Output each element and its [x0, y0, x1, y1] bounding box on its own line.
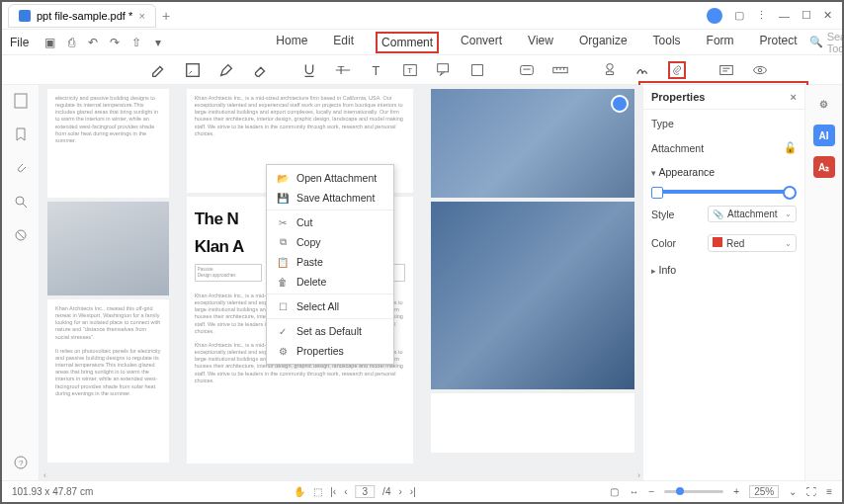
save-icon[interactable]: ▣: [42, 36, 56, 49]
scroll-left-icon[interactable]: ‹: [43, 470, 46, 480]
tab-protect[interactable]: Protect: [756, 32, 802, 53]
panel-title: Properties: [651, 91, 705, 103]
ai-assistant-icon[interactable]: AI: [813, 125, 835, 146]
zoom-out-icon[interactable]: −: [648, 486, 654, 497]
hand-tool-icon[interactable]: ✋: [294, 486, 305, 497]
zoom-in-icon[interactable]: +: [733, 486, 739, 497]
note-tool[interactable]: [468, 61, 486, 79]
horizontal-scroll[interactable]: ‹ ›: [40, 470, 644, 480]
show-comments-tool[interactable]: [717, 61, 735, 79]
svg-text:T: T: [407, 65, 412, 74]
zoom-slider[interactable]: [664, 490, 723, 493]
fullscreen-icon[interactable]: ⛶: [806, 486, 816, 497]
menu-paste[interactable]: 📋Paste: [267, 252, 393, 272]
style-dropdown[interactable]: 📎Attachment⌄: [708, 206, 797, 222]
new-tab-button[interactable]: +: [156, 8, 176, 24]
tab-convert[interactable]: Convert: [457, 32, 506, 53]
menu-delete[interactable]: 🗑Delete: [267, 272, 393, 292]
document-image: [431, 202, 634, 389]
highlighter-tool[interactable]: [150, 61, 168, 79]
menu-select-all[interactable]: ☐Select All: [267, 296, 393, 316]
share-icon[interactable]: ⇧: [129, 36, 143, 49]
zoom-value[interactable]: 25%: [749, 485, 779, 498]
file-menu[interactable]: File: [10, 36, 29, 49]
menu-cut[interactable]: ✂Cut: [267, 212, 393, 232]
tab-view[interactable]: View: [524, 32, 557, 53]
body-text: Khan Architects Inc., created this off-g…: [55, 305, 160, 340]
underline-tool[interactable]: [300, 61, 318, 79]
tab-tools[interactable]: Tools: [649, 32, 685, 53]
menu-properties[interactable]: ⚙Properties: [267, 341, 393, 361]
first-page-icon[interactable]: |‹: [330, 486, 336, 497]
measure-tool[interactable]: [551, 61, 569, 79]
next-page-icon[interactable]: ›: [398, 486, 401, 497]
layers-icon[interactable]: [13, 227, 29, 243]
redo-icon[interactable]: ↷: [108, 36, 122, 49]
menu-label: Properties: [296, 345, 344, 357]
chat-icon[interactable]: ▢: [734, 9, 744, 22]
qat-chevron-icon[interactable]: ▾: [151, 36, 165, 49]
hide-comments-tool[interactable]: [751, 61, 769, 79]
lock-icon[interactable]: 🔓: [784, 141, 797, 154]
tab-edit[interactable]: Edit: [329, 32, 358, 53]
close-panel-icon[interactable]: ×: [791, 91, 797, 103]
minimize-button[interactable]: —: [779, 10, 790, 22]
text-tool[interactable]: T: [368, 61, 385, 79]
menu-copy[interactable]: ⧉Copy: [267, 232, 393, 252]
select-tool-icon[interactable]: ⬚: [313, 486, 322, 497]
print-icon[interactable]: ⎙: [64, 36, 78, 49]
type-label: Type: [651, 118, 674, 129]
svg-text:T: T: [373, 63, 380, 77]
pencil-tool[interactable]: [217, 61, 235, 79]
fit-width-icon[interactable]: ↔: [629, 486, 638, 497]
close-window-button[interactable]: ✕: [823, 9, 832, 22]
translate-icon[interactable]: A₂: [813, 156, 835, 178]
signature-tool[interactable]: [634, 61, 652, 79]
attachments-panel-icon[interactable]: [13, 160, 29, 176]
close-tab-icon[interactable]: ×: [139, 10, 145, 22]
menu-label: Save Attachment: [296, 192, 375, 204]
last-page-icon[interactable]: ›|: [410, 486, 416, 497]
document-tab[interactable]: ppt file-sample.pdf * ×: [8, 4, 156, 28]
tab-organize[interactable]: Organize: [575, 32, 632, 53]
maximize-button[interactable]: ☐: [802, 9, 811, 22]
search-panel-icon[interactable]: [13, 194, 29, 210]
type-value: Attachment: [651, 142, 704, 154]
stamp-tool[interactable]: [601, 61, 619, 79]
opacity-slider[interactable]: [655, 190, 793, 194]
menu-open-attachment[interactable]: 📂Open Attachment: [267, 168, 393, 188]
thumbnails-icon[interactable]: [13, 93, 29, 109]
view-mode-icon[interactable]: ▢: [610, 486, 619, 497]
page-input[interactable]: 3: [356, 485, 376, 498]
attachment-badge-icon[interactable]: [611, 95, 629, 113]
help-icon[interactable]: ?: [13, 455, 29, 470]
kebab-icon[interactable]: ⋮: [756, 9, 767, 22]
textbox-tool[interactable]: T: [401, 61, 419, 79]
settings-icon[interactable]: ⚙: [813, 93, 835, 115]
tab-home[interactable]: Home: [272, 32, 311, 53]
bookmarks-icon[interactable]: [13, 126, 29, 142]
menu-set-as-default[interactable]: ✓Set as Default: [267, 321, 393, 341]
reading-mode-icon[interactable]: ≡: [826, 486, 832, 497]
appearance-section[interactable]: Appearance: [651, 166, 797, 178]
eraser-tool[interactable]: [251, 61, 269, 79]
zoom-chevron-icon[interactable]: ⌄: [789, 486, 797, 497]
page-total: /4: [382, 486, 390, 497]
menu-icon: 💾: [277, 192, 289, 204]
callout-tool[interactable]: [435, 61, 453, 79]
menu-save-attachment[interactable]: 💾Save Attachment: [267, 188, 393, 208]
color-dropdown[interactable]: Red⌄: [708, 234, 797, 252]
user-avatar[interactable]: [707, 8, 722, 24]
tab-comment[interactable]: Comment: [376, 32, 439, 53]
info-section[interactable]: Info: [651, 264, 797, 276]
area-highlight-tool[interactable]: [184, 61, 202, 79]
tab-form[interactable]: Form: [703, 32, 738, 53]
menu-label: Cut: [296, 216, 312, 228]
attachment-tool[interactable]: [668, 61, 686, 79]
prev-page-icon[interactable]: ‹: [344, 486, 347, 497]
strikethrough-tool[interactable]: T: [334, 61, 352, 79]
undo-icon[interactable]: ↶: [86, 36, 100, 49]
sticky-note-tool[interactable]: [518, 61, 536, 79]
search-tools[interactable]: 🔍 Search Tools: [809, 31, 844, 54]
scroll-right-icon[interactable]: ›: [637, 470, 640, 480]
